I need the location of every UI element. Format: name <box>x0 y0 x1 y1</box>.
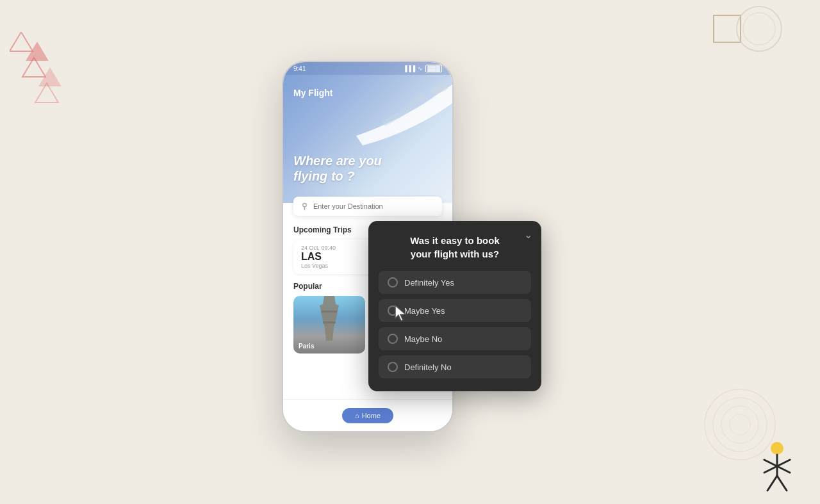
survey-option-maybe-yes[interactable]: Maybe Yes <box>379 299 531 322</box>
trip-date: 24 Oct, 09:40 <box>301 245 336 251</box>
phone-hero-text: Where are you flying to ? <box>293 153 382 184</box>
search-bar[interactable] <box>293 197 442 216</box>
survey-option-label-definitely-no: Definitely No <box>404 362 452 372</box>
svg-rect-21 <box>323 321 336 323</box>
survey-option-label-definitely-yes: Definitely Yes <box>404 278 454 288</box>
trip-city-name: Los Vegas <box>301 263 336 269</box>
destination-input[interactable] <box>313 202 434 210</box>
survey-title-line1: Was it easy to book <box>410 235 499 246</box>
phone-title: My Flight <box>293 88 442 98</box>
radio-definitely-no <box>388 362 398 372</box>
radio-maybe-yes <box>388 305 398 316</box>
survey-option-definitely-yes[interactable]: Definitely Yes <box>379 271 531 294</box>
radio-maybe-no <box>388 334 398 344</box>
phone-header: My Flight <box>283 74 452 103</box>
survey-title-line2: your flight with us? <box>411 248 499 259</box>
popular-card-paris[interactable]: Paris <box>293 296 365 354</box>
trip-info: 24 Oct, 09:40 LAS Los Vegas <box>301 245 336 269</box>
hero-heading-line1: Where are you <box>293 154 382 168</box>
survey-title: Was it easy to book your flight with us? <box>379 234 531 261</box>
svg-rect-20 <box>322 311 337 313</box>
svg-point-7 <box>743 13 775 45</box>
survey-option-maybe-no[interactable]: Maybe No <box>379 327 531 350</box>
phone-hero: Where are you flying to ? 9:41 ▐▐▐ ∿ ▓▓▓… <box>283 62 452 203</box>
survey-option-label-maybe-no: Maybe No <box>404 334 442 344</box>
status-bar: 9:41 ▐▐▐ ∿ ▓▓▓ <box>283 62 452 75</box>
survey-popup: ⌄ Was it easy to book your flight with u… <box>368 221 541 391</box>
wifi-icon: ∿ <box>418 65 423 72</box>
battery-icon: ▓▓▓ <box>425 65 442 72</box>
survey-option-label-maybe-yes: Maybe Yes <box>404 306 445 316</box>
status-icons: ▐▐▐ ∿ ▓▓▓ <box>403 65 442 72</box>
location-icon <box>301 202 308 211</box>
phone-bottom-nav: ⌂ Home <box>283 399 452 431</box>
home-icon: ⌂ <box>355 412 359 419</box>
trip-city: LAS <box>301 251 336 263</box>
decorative-circle-outline-tr <box>734 3 785 57</box>
status-time: 9:41 <box>293 65 306 72</box>
survey-option-definitely-no[interactable]: Definitely No <box>379 355 531 378</box>
home-button[interactable]: ⌂ Home <box>342 408 393 423</box>
radio-definitely-yes <box>388 277 398 288</box>
decorative-figure <box>761 441 793 494</box>
hero-heading-flying: flying <box>293 169 327 183</box>
svg-point-11 <box>730 414 750 435</box>
paris-tower-icon <box>310 296 348 344</box>
home-label: Home <box>362 412 381 419</box>
svg-point-19 <box>303 203 306 206</box>
svg-line-16 <box>767 476 777 491</box>
svg-line-17 <box>777 476 787 491</box>
hero-heading-rest: to ? <box>327 169 354 183</box>
paris-card-label: Paris <box>299 343 314 350</box>
decorative-triangles <box>10 32 74 111</box>
svg-point-12 <box>771 442 783 455</box>
survey-close-button[interactable]: ⌄ <box>524 229 532 241</box>
svg-point-10 <box>721 406 758 443</box>
signal-icon: ▐▐▐ <box>403 65 415 72</box>
svg-marker-0 <box>10 32 33 51</box>
